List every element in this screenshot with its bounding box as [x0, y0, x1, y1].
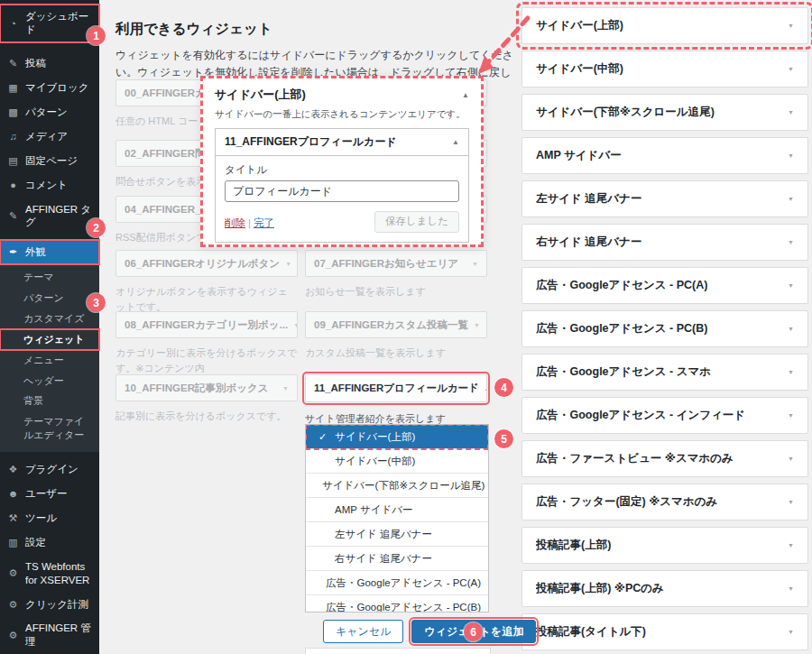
sidebar-top-settings-popup: サイドバー(上部) ▲ サイドバーの一番上に表示されるコンテンツエリアです。 1…	[200, 76, 484, 247]
sidebar-option[interactable]: 右サイド 追尾バナー	[306, 547, 488, 571]
widget-title: 08_AFFINGERカテゴリー別ボッ...	[125, 318, 288, 332]
sidebar-option[interactable]: 広告・Googleアドセンス - PC(A)	[306, 571, 488, 595]
widget-area[interactable]: AMP サイドバー▼	[521, 137, 808, 174]
sidebar-option[interactable]: サイドバー(下部※スクロール追尾)	[306, 474, 488, 498]
widget-area[interactable]: 広告・Googleアドセンス - スマホ▼	[521, 354, 808, 391]
submenu-item-menus[interactable]: メニュー	[0, 350, 99, 371]
widget-area-sidebar-top[interactable]: サイドバー(上部)▼	[521, 7, 808, 44]
submenu-item-patterns[interactable]: パターン	[0, 288, 99, 309]
widget-area[interactable]: 広告・ファーストビュー ※スマホのみ▼	[521, 440, 808, 477]
link-separator: |	[248, 217, 251, 228]
widget-area-label: 広告・Googleアドセンス - PC(B)	[536, 321, 707, 336]
submenu-item-theme-file-editor[interactable]: テーマファイルエディター	[0, 411, 99, 446]
submenu-item-widgets[interactable]: ウィジェット	[0, 329, 99, 350]
sidebar-option[interactable]: AMP サイドバー	[306, 498, 488, 522]
available-widget-08[interactable]: 08_AFFINGERカテゴリー別ボッ...▼ カテゴリー別に表示を分けるボック…	[115, 311, 298, 375]
step-badge-4: 4	[494, 378, 513, 397]
widget-area[interactable]: 投稿記事(タイトル下)▼	[521, 613, 808, 650]
pin-icon: ✎	[7, 58, 19, 69]
sidebar-item-label: パターン	[25, 106, 68, 119]
sidebar-item-affinger-admin[interactable]: ⚙ AFFINGER 管理	[0, 616, 99, 654]
sidebar-item-click-tracking[interactable]: ⚙ クリック計測	[0, 593, 99, 617]
sidebar-item-patterns[interactable]: ▩ パターン	[0, 100, 99, 124]
done-link[interactable]: 完了	[254, 217, 274, 228]
widget-links: 削除|完了	[225, 214, 274, 230]
profile-card-widget-panel: 11_AFFINGERプロフィールカード ▲ タイトル 削除|完了 保存しました	[215, 128, 469, 243]
submenu-item-themes[interactable]: テーマ	[0, 267, 99, 288]
sidebar-item-affinger-tag[interactable]: ✎ AFFINGER タグ	[0, 198, 99, 235]
widget-area[interactable]: 投稿記事(上部)▼	[521, 527, 808, 564]
submenu-item-customize[interactable]: カスタマイズ	[0, 309, 99, 329]
available-widget-07[interactable]: 07_AFFINGERお知らせエリア▼ お知らせ一覧を表示します	[305, 250, 487, 299]
sidebar-option[interactable]: 広告・Googleアドセンス - PC(B)	[306, 595, 488, 613]
widget-area[interactable]: 広告・Googleアドセンス - PC(A)▼	[521, 267, 808, 304]
blocks-icon: ▦	[7, 82, 19, 94]
submenu-item-header[interactable]: ヘッダー	[0, 371, 99, 391]
widget-area-label: 広告・フッター(固定) ※スマホのみ	[536, 494, 717, 510]
sidebar-option[interactable]: 左サイド 追尾バナー	[306, 522, 488, 547]
widget-title: 10_AFFINGER記事別ボックス	[125, 382, 269, 395]
sidebar-item-label: ダッシュボード	[25, 10, 94, 37]
available-widget-06[interactable]: 06_AFFINGERオリジナルボタン▼ オリジナルボタンを表示するウィジェット…	[115, 250, 298, 314]
widget-area-label: 広告・ファーストビュー ※スマホのみ	[536, 451, 734, 466]
widget-area-label: サイドバー(上部)	[536, 18, 623, 33]
widget-areas-column: サイドバー(上部)▼ サイドバー(中部)▼ サイドバー(下部※スクロール追尾)▼…	[521, 7, 808, 654]
chevron-down-icon: ▼	[788, 499, 794, 505]
chevron-down-icon: ▼	[474, 322, 480, 328]
chevron-down-icon: ▼	[282, 385, 289, 391]
sidebar-item-tools[interactable]: ⚒ ツール	[0, 506, 99, 530]
submenu-item-background[interactable]: 背景	[0, 391, 99, 411]
sidebar-item-pages[interactable]: ▤ 固定ページ	[0, 149, 99, 173]
chevron-down-icon: ▼	[788, 23, 794, 29]
chevron-down-icon: ▼	[788, 412, 794, 419]
widget-area[interactable]: サイドバー(下部※スクロール追尾)▼	[521, 94, 808, 131]
sidebar-item-settings[interactable]: ▥ 設定	[0, 530, 99, 555]
widget-area[interactable]: サイドバー(中部)▼	[521, 51, 808, 88]
chevron-down-icon: ▼	[788, 629, 794, 635]
step-badge-1: 1	[87, 26, 106, 45]
widget-area[interactable]: 広告・Googleアドセンス - インフィード▼	[521, 397, 808, 434]
widget-title: 07_AFFINGERお知らせエリア	[314, 257, 458, 271]
sidebar-item-plugins[interactable]: ❖ プラグイン	[0, 457, 99, 482]
chevron-down-icon: ▼	[788, 542, 794, 548]
chevron-down-icon: ▼	[788, 585, 794, 592]
widget-panel-header[interactable]: 11_AFFINGERプロフィールカード ▲	[216, 129, 468, 156]
sidebar-item-comments[interactable]: ● コメント	[0, 173, 99, 198]
chevron-up-icon: ▲	[452, 138, 459, 146]
sidebar-option-selected[interactable]: ✓ サイドバー(上部)	[306, 425, 488, 449]
sidebar-item-ts-webfonts[interactable]: ⚙ TS Webfonts for XSERVER	[0, 555, 99, 593]
sidebar-item-myblocks[interactable]: ▦ マイブロック	[0, 76, 99, 100]
chevron-up-icon[interactable]: ▲	[462, 91, 469, 99]
chevron-down-icon: ▼	[788, 109, 794, 115]
title-input[interactable]	[225, 180, 459, 202]
widget-area[interactable]: 広告・Googleアドセンス - PC(B)▼	[521, 310, 808, 347]
widget-area[interactable]: 投稿記事(上部) ※PCのみ▼	[521, 570, 808, 607]
gear-icon: ⚙	[7, 567, 19, 579]
popup-description: サイドバーの一番上に表示されるコンテンツエリアです。	[215, 108, 469, 121]
sidebar-option[interactable]: サイドバー(中部)	[306, 449, 488, 474]
chevron-down-icon: ▼	[788, 66, 794, 72]
settings-icon: ▥	[7, 537, 19, 548]
widget-area[interactable]: 広告・フッター(固定) ※スマホのみ▼	[521, 484, 808, 520]
widget-area[interactable]: 右サイド 追尾バナー▼	[521, 224, 808, 261]
available-widget-11-profile-card[interactable]: 11_AFFINGERプロフィールカード▲ サイト管理者紹介を表示します	[305, 374, 487, 427]
sidebar-item-appearance[interactable]: ✒ 外観	[0, 240, 99, 264]
step-badge-5: 5	[494, 429, 513, 448]
sidebar-item-posts[interactable]: ✎ 投稿	[0, 51, 99, 76]
sidebar-item-users[interactable]: ☻ ユーザー	[0, 482, 99, 506]
sidebar-item-label: ユーザー	[25, 487, 68, 501]
available-widget-10[interactable]: 10_AFFINGER記事別ボックス▼ 記事別に表示を分けるボックスです。	[115, 374, 298, 424]
annotation-arrow-icon	[472, 11, 539, 83]
cancel-button[interactable]: キャンセル	[323, 620, 403, 643]
saved-button: 保存しました	[374, 211, 459, 233]
widget-area[interactable]: 左サイド 追尾バナー▼	[521, 180, 808, 217]
sidebar-item-label: AFFINGER 管理	[25, 622, 94, 649]
title-field-label: タイトル	[225, 163, 459, 177]
widget-description: オリジナルボタンを表示するウィジェットです。	[115, 284, 298, 314]
delete-link[interactable]: 削除	[225, 217, 245, 228]
sidebar-item-media[interactable]: ♫ メディア	[0, 124, 99, 149]
wrench-icon: ⚒	[7, 512, 19, 524]
available-widget-09[interactable]: 09_AFFINGERカスタム投稿一覧▼ カスタム投稿一覧を表示します	[305, 311, 487, 361]
step-badge-2: 2	[87, 218, 106, 237]
sidebar-item-dashboard[interactable]: ◔ ダッシュボード	[0, 5, 99, 42]
